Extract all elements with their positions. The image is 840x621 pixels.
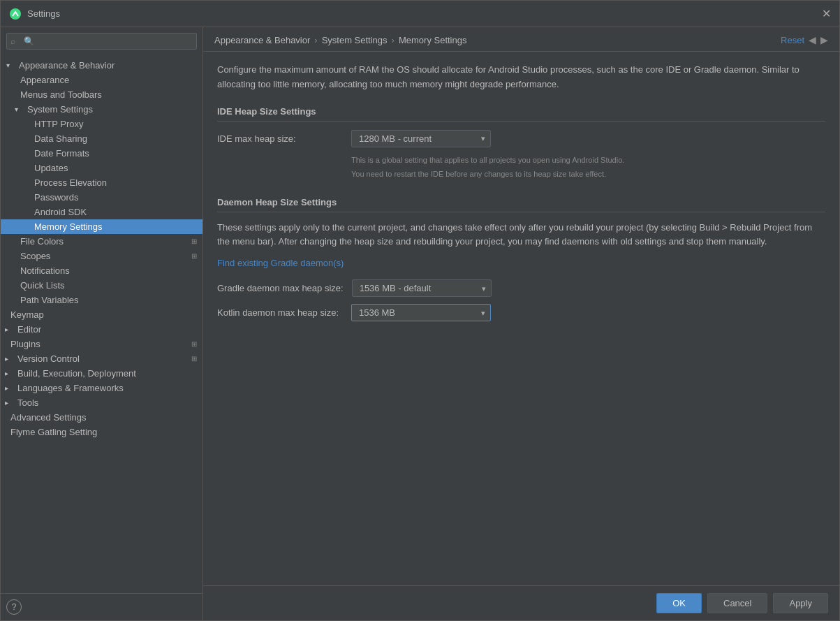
sidebar-item-appearance-behavior[interactable]: ▾ Appearance & Behavior bbox=[1, 58, 202, 73]
sidebar-item-process-elevation[interactable]: Process Elevation bbox=[1, 175, 202, 190]
sidebar-item-memory-settings[interactable]: Memory Settings bbox=[1, 219, 202, 234]
sidebar-item-notifications[interactable]: Notifications bbox=[1, 263, 202, 278]
sidebar-item-label: Updates bbox=[34, 163, 68, 173]
sidebar-item-label: File Colors bbox=[20, 236, 64, 247]
gradle-heap-label: Gradle daemon max heap size: bbox=[217, 283, 344, 293]
sidebar-item-android-sdk[interactable]: Android SDK bbox=[1, 205, 202, 219]
sidebar-item-label: Memory Settings bbox=[34, 221, 103, 232]
sidebar-item-appearance[interactable]: Appearance bbox=[1, 73, 202, 87]
sidebar-item-file-colors[interactable]: File Colors ⊞ bbox=[1, 234, 202, 249]
expand-icon: ⊞ bbox=[191, 252, 197, 260]
ide-heap-select[interactable]: 1280 MB - current 512 MB 768 MB 1024 MB … bbox=[351, 130, 491, 147]
svg-point-0 bbox=[10, 8, 21, 20]
sidebar-item-date-formats[interactable]: Date Formats bbox=[1, 146, 202, 161]
ok-button[interactable]: OK bbox=[656, 593, 702, 613]
kotlin-heap-select-wrapper: 1536 MB 512 MB 1024 MB 2048 MB 4096 MB bbox=[351, 304, 491, 321]
sidebar-item-label: Android SDK bbox=[34, 207, 87, 217]
gradle-heap-select[interactable]: 1536 MB - default 512 MB 1024 MB 2048 MB… bbox=[352, 279, 492, 297]
gradle-heap-select-wrapper: 1536 MB - default 512 MB 1024 MB 2048 MB… bbox=[352, 279, 492, 297]
sidebar-item-quick-lists[interactable]: Quick Lists bbox=[1, 278, 202, 293]
sidebar-item-version-control[interactable]: ▸ Version Control ⊞ bbox=[1, 351, 202, 366]
sidebar-item-label: Passwords bbox=[34, 192, 79, 203]
sidebar-item-updates[interactable]: Updates bbox=[1, 161, 202, 175]
panel-body: Configure the maximum amount of RAM the … bbox=[203, 52, 839, 585]
cancel-button[interactable]: Cancel bbox=[707, 593, 767, 613]
sidebar-item-label: Tools bbox=[17, 397, 38, 408]
sidebar-tree: ▾ Appearance & Behavior Appearance Menus… bbox=[1, 55, 202, 593]
expand-icon: ⊞ bbox=[191, 355, 197, 363]
breadcrumb-part2: System Settings bbox=[322, 35, 388, 45]
sidebar-item-editor[interactable]: ▸ Editor bbox=[1, 322, 202, 337]
sidebar-item-label: Appearance & Behavior bbox=[19, 60, 115, 71]
breadcrumb-sep1: › bbox=[314, 35, 317, 45]
daemon-desc: These settings apply only to the current… bbox=[217, 221, 825, 250]
sidebar-item-tools[interactable]: ▸ Tools bbox=[1, 395, 202, 410]
sidebar-item-path-variables[interactable]: Path Variables bbox=[1, 293, 202, 307]
sidebar-item-label: Notifications bbox=[20, 265, 70, 276]
sidebar-item-label: Path Variables bbox=[20, 295, 79, 305]
sidebar-item-label: Quick Lists bbox=[20, 280, 65, 291]
window-title: Settings bbox=[27, 8, 60, 19]
panel-header: Appearance & Behavior › System Settings … bbox=[203, 27, 839, 52]
sidebar-item-label: Keymap bbox=[10, 309, 44, 320]
sidebar-item-http-proxy[interactable]: HTTP Proxy bbox=[1, 117, 202, 131]
sidebar-item-label: Process Elevation bbox=[34, 177, 107, 188]
sidebar-item-languages-frameworks[interactable]: ▸ Languages & Frameworks bbox=[1, 381, 202, 395]
expand-icon: ▸ bbox=[5, 399, 15, 407]
expand-icon: ▸ bbox=[5, 384, 15, 392]
ide-heap-row: IDE max heap size: 1280 MB - current 512… bbox=[217, 130, 825, 147]
sidebar-item-build-execution[interactable]: ▸ Build, Execution, Deployment bbox=[1, 366, 202, 381]
sidebar-item-passwords[interactable]: Passwords bbox=[1, 190, 202, 205]
bottom-bar: OK Cancel Apply bbox=[203, 585, 839, 620]
daemon-link-row: Find existing Gradle daemon(s) bbox=[217, 258, 825, 268]
expand-icon: ▸ bbox=[5, 370, 15, 377]
main-content: ⌕ ▾ Appearance & Behavior Appearance Men… bbox=[1, 27, 839, 620]
expand-icon: ▾ bbox=[15, 105, 24, 113]
expand-icon: ▸ bbox=[5, 355, 15, 363]
sidebar-item-flyme-gatling[interactable]: Flyme Gatling Setting bbox=[1, 425, 202, 439]
sidebar-item-label: Plugins bbox=[10, 339, 40, 349]
app-icon bbox=[9, 8, 22, 20]
kotlin-heap-select[interactable]: 1536 MB 512 MB 1024 MB 2048 MB 4096 MB bbox=[351, 304, 491, 321]
ide-heap-select-wrapper: 1280 MB - current 512 MB 768 MB 1024 MB … bbox=[351, 130, 491, 147]
sidebar-item-label: Scopes bbox=[20, 251, 50, 261]
close-button[interactable]: ✕ bbox=[822, 7, 831, 20]
expand-icon: ⊞ bbox=[191, 340, 197, 348]
sidebar-item-advanced-settings[interactable]: Advanced Settings bbox=[1, 410, 202, 425]
daemon-link[interactable]: Find existing Gradle daemon(s) bbox=[217, 258, 344, 268]
sidebar-item-label: HTTP Proxy bbox=[34, 119, 84, 129]
sidebar-item-label: Flyme Gatling Setting bbox=[10, 427, 97, 437]
main-panel: Appearance & Behavior › System Settings … bbox=[203, 27, 839, 620]
description-text: Configure the maximum amount of RAM the … bbox=[217, 63, 825, 92]
title-bar-left: Settings bbox=[9, 8, 60, 20]
panel-nav: Reset ◀ ▶ bbox=[781, 34, 828, 45]
sidebar-item-system-settings[interactable]: ▾ System Settings bbox=[1, 102, 202, 117]
ide-heap-label: IDE max heap size: bbox=[217, 133, 343, 144]
sidebar-item-label: Data Sharing bbox=[34, 133, 87, 144]
reset-button[interactable]: Reset bbox=[781, 35, 804, 45]
ide-heap-hint: This is a global setting that applies to… bbox=[351, 154, 825, 180]
ide-heap-section: IDE Heap Size Settings IDE max heap size… bbox=[217, 106, 825, 180]
title-bar: Settings ✕ bbox=[1, 1, 839, 27]
back-button[interactable]: ◀ bbox=[809, 34, 816, 45]
gradle-heap-row: Gradle daemon max heap size: 1536 MB - d… bbox=[217, 279, 825, 297]
breadcrumb-sep2: › bbox=[392, 35, 395, 45]
sidebar-item-label: Appearance bbox=[20, 75, 69, 85]
forward-button[interactable]: ▶ bbox=[820, 34, 828, 45]
sidebar-item-data-sharing[interactable]: Data Sharing bbox=[1, 131, 202, 146]
daemon-section-title: Daemon Heap Size Settings bbox=[217, 197, 825, 212]
sidebar-item-menus-toolbars[interactable]: Menus and Toolbars bbox=[1, 87, 202, 102]
search-input[interactable] bbox=[6, 33, 197, 50]
apply-button[interactable]: Apply bbox=[773, 593, 828, 613]
help-button[interactable]: ? bbox=[6, 599, 22, 615]
sidebar-item-plugins[interactable]: Plugins ⊞ bbox=[1, 337, 202, 351]
sidebar-item-label: Editor bbox=[17, 324, 41, 335]
sidebar-item-scopes[interactable]: Scopes ⊞ bbox=[1, 249, 202, 263]
sidebar-item-keymap[interactable]: Keymap bbox=[1, 307, 202, 322]
sidebar-item-label: Menus and Toolbars bbox=[20, 89, 102, 100]
sidebar-item-label: Advanced Settings bbox=[10, 412, 86, 423]
ide-section-title: IDE Heap Size Settings bbox=[217, 106, 825, 122]
settings-window: Settings ✕ ⌕ ▾ Appearance & Behavior App… bbox=[0, 0, 840, 621]
search-icon: ⌕ bbox=[10, 36, 15, 46]
breadcrumb: Appearance & Behavior › System Settings … bbox=[214, 35, 466, 45]
